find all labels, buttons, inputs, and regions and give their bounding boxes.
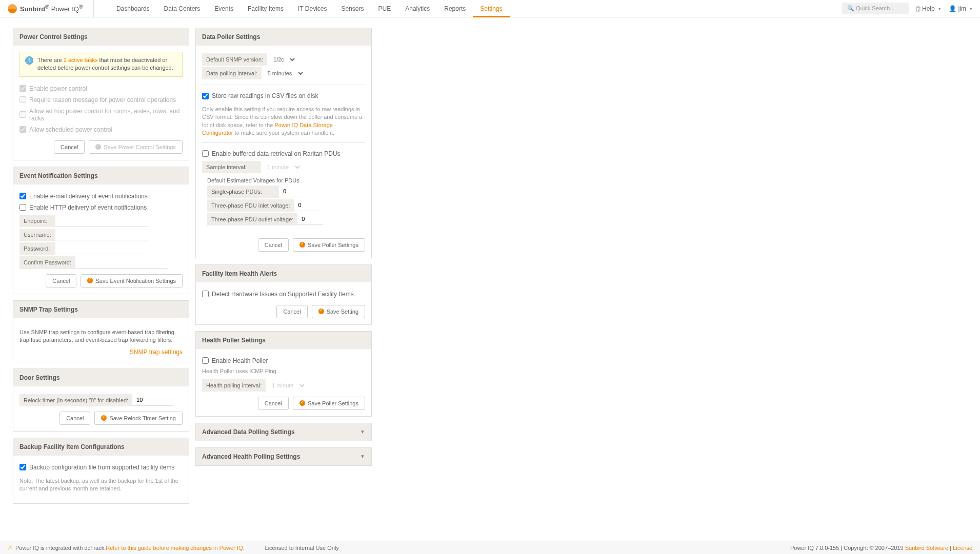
backup-config-checkbox[interactable] <box>19 464 26 470</box>
main-nav: Dashboards Data Centers Events Facility … <box>109 0 510 17</box>
check-icon <box>318 309 324 314</box>
nav-sensors[interactable]: Sensors <box>334 0 371 17</box>
save-poller-button[interactable]: Save Poller Settings <box>293 238 365 252</box>
enable-power-control-checkbox <box>19 85 26 92</box>
panel-title: Health Poller Settings <box>196 332 371 349</box>
snmp-desc: Use SNMP trap settings to configure even… <box>19 329 183 344</box>
chevron-down-icon: ▼ <box>360 429 365 435</box>
store-csv-row[interactable]: Store raw readings in CSV files on disk <box>202 90 365 101</box>
event-notification-panel: Event Notification Settings Enable e-mai… <box>13 167 189 294</box>
save-health-poller-button[interactable]: Save Poller Settings <box>293 397 365 410</box>
require-reason-checkbox <box>19 96 26 103</box>
health-poller-panel: Health Poller Settings Enable Health Pol… <box>195 331 372 417</box>
buffered-retrieval-row[interactable]: Enable buffered data retrieval on Rarita… <box>202 148 365 159</box>
allow-scheduled-checkbox <box>19 126 26 133</box>
help-menu[interactable]: ⍰ Help <box>916 5 941 12</box>
save-event-notif-button[interactable]: Save Event Notification Settings <box>81 274 183 288</box>
backup-note: Note: The latest backup, as well as the … <box>19 477 183 493</box>
panel-title: Power Control Settings <box>13 28 189 46</box>
save-power-control-button: Save Power Control Settings <box>89 140 183 154</box>
cancel-button[interactable]: Cancel <box>46 274 76 288</box>
search-input[interactable]: 🔍 Quick Search... <box>842 3 909 14</box>
allow-adhoc-checkbox <box>19 111 26 118</box>
cancel-button[interactable]: Cancel <box>59 412 90 425</box>
enable-health-poller-checkbox[interactable] <box>202 357 209 364</box>
check-icon <box>299 400 305 406</box>
detect-hardware-checkbox[interactable] <box>202 291 209 297</box>
voltages-heading: Default Estimated Voltages for PDUs <box>207 177 365 183</box>
enable-email-checkbox[interactable] <box>19 193 26 199</box>
cancel-button[interactable]: Cancel <box>258 397 289 410</box>
backup-config-row[interactable]: Backup configuration file from supported… <box>19 462 183 473</box>
sample-interval-select: 1 minute <box>261 161 302 173</box>
snmp-trap-link[interactable]: SNMP trap settings <box>130 348 183 356</box>
logo-icon <box>8 4 17 13</box>
three-phase-outlet-input[interactable] <box>297 213 323 225</box>
info-icon <box>25 56 33 65</box>
nav-events[interactable]: Events <box>207 0 241 17</box>
check-icon <box>87 278 93 283</box>
endpoint-input[interactable] <box>55 215 148 227</box>
nav-it-devices[interactable]: IT Devices <box>291 0 334 17</box>
relock-input[interactable] <box>132 394 173 406</box>
nav-facility-items[interactable]: Facility Items <box>241 0 291 17</box>
brand-name2: Power IQ <box>51 6 79 13</box>
panel-title: Event Notification Settings <box>13 167 189 184</box>
panel-title: Door Settings <box>13 369 189 386</box>
enable-email-row[interactable]: Enable e-mail delivery of event notifica… <box>19 191 183 202</box>
facility-health-panel: Facility Item Health Alerts Detect Hardw… <box>195 264 372 325</box>
single-phase-label: Single-phase PDUs: <box>207 186 279 198</box>
panel-title: SNMP Trap Settings <box>13 301 189 318</box>
nav-reports[interactable]: Reports <box>437 0 473 17</box>
polling-interval-label: Data polling interval: <box>202 67 262 79</box>
allow-adhoc-row: Allow ad hoc power control for rooms, ai… <box>19 106 183 124</box>
enable-health-poller-row[interactable]: Enable Health Poller <box>202 355 365 366</box>
three-phase-inlet-input[interactable] <box>294 199 319 211</box>
polling-interval-select[interactable]: 5 minutes <box>262 67 305 79</box>
health-interval-label: Health polling interval: <box>202 379 266 392</box>
require-reason-row: Require reason message for power control… <box>19 94 183 106</box>
health-interval-select: 1 minute <box>266 379 306 392</box>
detect-hardware-row[interactable]: Detect Hardware Issues on Supported Faci… <box>202 289 365 300</box>
snmp-version-label: Default SNMP version: <box>202 53 267 66</box>
single-phase-input[interactable] <box>279 186 305 197</box>
check-icon <box>299 242 305 248</box>
username-input[interactable] <box>55 229 148 240</box>
user-menu[interactable]: 👤 jim <box>949 5 972 12</box>
password-input[interactable] <box>55 242 148 254</box>
active-tasks-link[interactable]: 2 active tasks <box>64 57 98 63</box>
enable-http-row[interactable]: Enable HTTP delivery of event notificati… <box>19 202 183 213</box>
confirm-password-label: Confirm Password: <box>19 256 75 269</box>
nav-settings[interactable]: Settings <box>473 0 509 17</box>
cancel-button[interactable]: Cancel <box>258 238 289 252</box>
store-csv-checkbox[interactable] <box>202 93 209 99</box>
chevron-down-icon: ▼ <box>360 454 365 459</box>
buffered-retrieval-checkbox[interactable] <box>202 150 209 157</box>
brand-name1: Sunbird <box>20 6 45 13</box>
three-phase-inlet-label: Three-phase PDU inlet voltage: <box>207 199 294 212</box>
password-label: Password: <box>19 242 55 255</box>
panel-title: Data Poller Settings <box>196 28 371 46</box>
confirm-password-input[interactable] <box>75 257 168 269</box>
save-setting-button[interactable]: Save Setting <box>312 305 365 318</box>
advanced-data-polling-panel: Advanced Data Polling Settings▼ <box>195 423 372 441</box>
cancel-button[interactable]: Cancel <box>54 140 85 154</box>
enable-http-checkbox[interactable] <box>19 204 26 211</box>
advanced-health-polling-toggle[interactable]: Advanced Health Polling Settings▼ <box>196 448 371 465</box>
check-icon <box>95 144 101 150</box>
nav-analytics[interactable]: Analytics <box>398 0 437 17</box>
alert-box: There are 2 active tasks that must be de… <box>19 52 183 77</box>
nav-data-centers[interactable]: Data Centers <box>157 0 208 17</box>
nav-dashboards[interactable]: Dashboards <box>109 0 157 17</box>
save-relock-button[interactable]: Save Relock Timer Setting <box>94 412 183 425</box>
snmp-version-select[interactable]: 1/2c <box>267 53 296 66</box>
three-phase-outlet-label: Three-phase PDU outlet voltage: <box>207 213 297 225</box>
data-poller-panel: Data Poller Settings Default SNMP versio… <box>195 28 372 258</box>
backup-panel: Backup Facility Item Configurations Back… <box>13 438 189 504</box>
advanced-data-polling-toggle[interactable]: Advanced Data Polling Settings▼ <box>196 423 371 441</box>
health-poller-note: Health Poller uses ICMP Ping. <box>202 367 365 375</box>
nav-pue[interactable]: PUE <box>371 0 398 17</box>
check-icon <box>101 415 107 421</box>
username-label: Username: <box>19 229 55 241</box>
cancel-button[interactable]: Cancel <box>276 305 307 318</box>
